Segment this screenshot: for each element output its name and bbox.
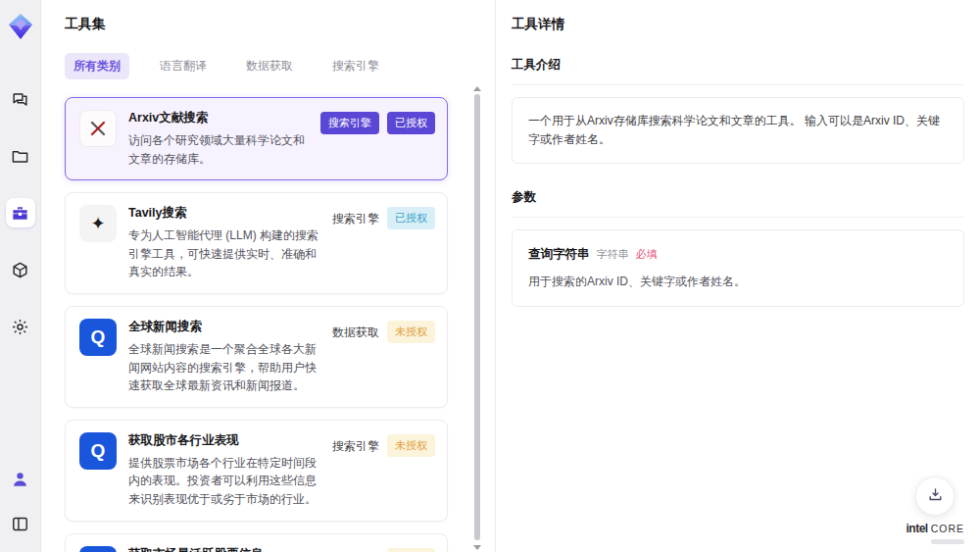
sidebar-item-models[interactable] bbox=[6, 255, 35, 284]
sidebar-item-chat[interactable] bbox=[6, 84, 35, 114]
tavily-icon: ✦ bbox=[79, 205, 117, 242]
intel-core-logo: intel CORE bbox=[906, 522, 964, 535]
tool-card-list: Arxiv文献搜索 访问各个研究领域大量科学论文和文章的存储库。 搜索引擎 已授… bbox=[65, 97, 469, 552]
stock-search-icon: Q bbox=[79, 432, 117, 470]
tab-search-engine[interactable]: 搜索引擎 bbox=[323, 53, 388, 79]
tool-title: Arxiv文献搜索 bbox=[128, 110, 309, 126]
cube-icon bbox=[11, 261, 29, 279]
list-scrollbar[interactable] bbox=[473, 86, 481, 550]
app-logo bbox=[6, 12, 35, 41]
category-tabs: 所有类别 语言翻译 数据获取 搜索引擎 bbox=[65, 53, 469, 79]
core-brand-text: CORE bbox=[931, 523, 964, 534]
tool-description: 访问各个研究领域大量科学论文和文章的存储库。 bbox=[128, 131, 309, 168]
intro-text-box: 一个用于从Arxiv存储库搜索科学论文和文章的工具。 输入可以是Arxiv ID… bbox=[512, 97, 964, 164]
arxiv-icon bbox=[79, 110, 117, 147]
user-icon bbox=[11, 470, 29, 488]
param-box: 查询字符串 字符串 必填 用于搜索的Arxiv ID、关键字或作者姓名。 bbox=[512, 229, 964, 306]
intel-sub-badge bbox=[931, 539, 964, 544]
tab-data-fetch[interactable]: 数据获取 bbox=[237, 53, 302, 79]
category-label: 搜索引擎 bbox=[332, 207, 379, 231]
intel-brand-text: intel bbox=[906, 522, 927, 535]
tool-list-panel: 工具集 所有类别 语言翻译 数据获取 搜索引擎 Arxiv文献搜索 访问各个研究… bbox=[41, 0, 495, 552]
param-required-flag: 必填 bbox=[636, 246, 658, 264]
scroll-down-arrow[interactable] bbox=[473, 545, 481, 550]
category-label: 搜索引擎 bbox=[332, 434, 379, 459]
page-title: 工具集 bbox=[65, 16, 469, 33]
stock-search-icon: Q bbox=[79, 546, 117, 552]
gear-icon bbox=[11, 318, 29, 336]
intro-section-title: 工具介绍 bbox=[512, 57, 964, 85]
param-name: 查询字符串 bbox=[528, 244, 590, 264]
tool-card-stock-sectors[interactable]: Q 获取股市各行业表现 提供股票市场各个行业在特定时间段内的表现。投资者可以利用… bbox=[65, 420, 448, 522]
download-button[interactable] bbox=[915, 477, 955, 516]
tab-language-translation[interactable]: 语言翻译 bbox=[151, 53, 216, 79]
param-description: 用于搜索的Arxiv ID、关键字或作者姓名。 bbox=[528, 273, 948, 291]
tool-detail-panel: 工具详情 工具介绍 一个用于从Arxiv存储库搜索科学论文和文章的工具。 输入可… bbox=[495, 0, 980, 552]
tool-title: 全球新闻搜索 bbox=[128, 319, 320, 335]
tool-card-global-news[interactable]: Q 全球新闻搜索 全球新闻搜索是一个聚合全球各大新闻网站内容的搜索引擎，帮助用户… bbox=[65, 306, 448, 408]
status-badge[interactable]: 已授权 bbox=[387, 112, 435, 134]
sidebar-item-panel-toggle[interactable] bbox=[6, 509, 35, 538]
tool-card-active-stocks[interactable]: Q 获取市场最活跃股票信息 提供当天交易量最高的股票列表。投资者可以利用这些信息… bbox=[65, 533, 448, 552]
folder-icon bbox=[11, 147, 29, 166]
status-badge: 未授权 bbox=[387, 434, 435, 457]
tool-title: Tavily搜索 bbox=[128, 205, 320, 222]
chat-icon bbox=[11, 90, 29, 109]
tool-card-tavily[interactable]: ✦ Tavily搜索 专为人工智能代理 (LLM) 构建的搜索引擎工具，可快速提… bbox=[65, 192, 448, 294]
layout-panel-icon bbox=[11, 515, 29, 533]
corner-widget: intel CORE bbox=[906, 477, 964, 544]
tab-all-categories[interactable]: 所有类别 bbox=[65, 53, 129, 79]
category-label: 搜索引擎 bbox=[332, 548, 379, 552]
param-type: 字符串 bbox=[597, 246, 629, 264]
scroll-up-arrow[interactable] bbox=[473, 86, 481, 91]
tool-title: 获取市场最活跃股票信息 bbox=[128, 546, 320, 552]
category-badge[interactable]: 搜索引擎 bbox=[320, 112, 379, 134]
tool-description: 专为人工智能代理 (LLM) 构建的搜索引擎工具，可快速提供实时、准确和真实的结… bbox=[128, 226, 320, 281]
status-badge: 已授权 bbox=[387, 207, 435, 229]
params-section-title: 参数 bbox=[512, 189, 964, 218]
tool-description: 提供股票市场各个行业在特定时间段内的表现。投资者可以利用这些信息来识别表现优于或… bbox=[128, 454, 320, 509]
download-icon bbox=[927, 486, 944, 507]
status-badge: 未授权 bbox=[387, 321, 435, 343]
status-badge: 未授权 bbox=[387, 548, 435, 552]
scrollbar-thumb[interactable] bbox=[474, 94, 480, 540]
tool-title: 获取股市各行业表现 bbox=[128, 432, 320, 449]
news-search-icon: Q bbox=[79, 319, 117, 356]
category-label: 数据获取 bbox=[332, 321, 379, 345]
tool-description: 全球新闻搜索是一个聚合全球各大新闻网站内容的搜索引擎，帮助用户快速获取全球最新资… bbox=[128, 340, 320, 395]
left-sidebar bbox=[0, 0, 41, 552]
sidebar-item-account[interactable] bbox=[6, 464, 35, 493]
sidebar-item-files[interactable] bbox=[6, 141, 35, 171]
detail-title: 工具详情 bbox=[512, 16, 964, 33]
briefcase-icon bbox=[11, 204, 29, 223]
sidebar-item-tools[interactable] bbox=[6, 198, 35, 227]
sidebar-item-settings[interactable] bbox=[6, 312, 35, 341]
tool-card-arxiv[interactable]: Arxiv文献搜索 访问各个研究领域大量科学论文和文章的存储库。 搜索引擎 已授… bbox=[65, 97, 448, 180]
